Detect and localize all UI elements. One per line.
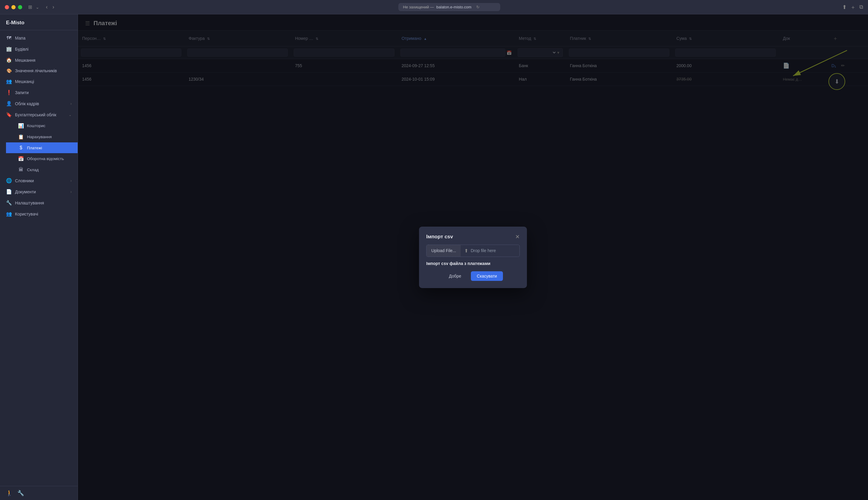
windows-button[interactable]: ⧉ xyxy=(859,4,863,10)
sidebar-item-label: Запити xyxy=(15,90,29,95)
housing-icon: 🏠 xyxy=(6,57,12,63)
settings-icon: 🔧 xyxy=(6,200,12,206)
sidebar-item-accounting[interactable]: 🔖 Бухгалтерський облік ⌄ xyxy=(0,109,78,120)
sidebar-item-dictionaries[interactable]: 🌐 Словники › xyxy=(0,175,78,186)
sidebar-item-label: Нарахування xyxy=(27,135,52,139)
drop-zone[interactable]: ⬆ Drop file here xyxy=(461,245,519,257)
residents-icon: 👥 xyxy=(6,79,12,84)
dictionaries-chevron: › xyxy=(70,179,72,183)
hr-icon: 👤 xyxy=(6,101,12,106)
ok-button[interactable]: Добре xyxy=(443,271,467,281)
url-bar[interactable]: Не захищений — balaton.e-misto.com ↻ xyxy=(398,3,500,11)
sidebar-item-label: Кошторис xyxy=(27,124,46,128)
meters-icon: 🎨 xyxy=(6,68,12,73)
sidebar-item-label: Склад xyxy=(27,168,39,172)
titlebar-nav: ‹ › xyxy=(44,3,56,11)
sidebar-item-label: Словники xyxy=(15,178,34,183)
sidebar-item-label: Оборотна відомість xyxy=(27,157,64,161)
upload-file-button[interactable]: Upload File... xyxy=(426,245,461,257)
sidebar-item-label: Значення лічильників xyxy=(15,68,57,73)
sidebar-item-users[interactable]: 👥 Користувачі xyxy=(0,208,78,219)
modal-footer: Добре Скасувати xyxy=(426,271,520,281)
sidebar-item-label: Документи xyxy=(15,190,36,194)
back-button[interactable]: ‹ xyxy=(44,3,49,11)
accounting-icon: 🔖 xyxy=(6,112,12,117)
payments-icon: $ xyxy=(18,145,24,150)
estimates-icon: 📊 xyxy=(18,123,24,128)
upload-area: Upload File... ⬆ Drop file here xyxy=(426,245,520,257)
new-tab-button[interactable]: ＋ xyxy=(850,3,856,11)
documents-chevron: › xyxy=(70,190,72,194)
sidebar-item-hr[interactable]: 👤 Облік кадрів › xyxy=(0,98,78,109)
modal-description: Імпорт csv файла з платежами xyxy=(426,261,520,266)
sidebar-item-label: Налаштування xyxy=(15,201,44,205)
sidebar-item-label: Бухгалтерський облік xyxy=(15,112,56,117)
forward-button[interactable]: › xyxy=(51,3,56,11)
sidebar-item-label: Мапа xyxy=(15,36,25,41)
sidebar-item-settings[interactable]: 🔧 Налаштування xyxy=(0,197,78,208)
sidebar-item-map[interactable]: 🗺 Мапа xyxy=(0,33,78,44)
sidebar-toggle-chevron[interactable]: ⌄ xyxy=(36,5,39,10)
fullscreen-traffic-light[interactable] xyxy=(18,5,22,9)
users-icon: 👥 xyxy=(6,211,12,217)
main-content: ☰ Платежі Персон… ⇅ Фактура ⇅ xyxy=(78,14,868,500)
buildings-icon: 🏢 xyxy=(6,46,12,52)
sidebar-accounting-submenu: 📊 Кошторис 📋 Нарахування $ Платежі 📅 Обо… xyxy=(0,120,78,175)
modal-overlay: Імпорт csv ✕ Upload File... ⬆ Drop file … xyxy=(78,14,868,500)
titlebar-actions: ⬆ ＋ ⧉ xyxy=(842,3,863,11)
accounting-chevron: ⌄ xyxy=(69,113,72,117)
upload-icon: ⬆ xyxy=(464,248,468,253)
sidebar-item-label: Платежі xyxy=(27,146,42,150)
minimize-traffic-light[interactable] xyxy=(11,5,15,9)
traffic-lights xyxy=(5,5,22,9)
drop-label: Drop file here xyxy=(470,248,496,253)
cancel-button[interactable]: Скасувати xyxy=(471,271,503,281)
sidebar-item-warehouse[interactable]: 🏛 Склад xyxy=(6,164,78,175)
import-csv-modal: Імпорт csv ✕ Upload File... ⬆ Drop file … xyxy=(419,227,527,288)
app-layout: E-Misto 🗺 Мапа 🏢 Будівлі 🏠 Мешкання 🎨 Зн… xyxy=(0,14,868,500)
sidebar-item-estimates[interactable]: 📊 Кошторис xyxy=(6,120,78,131)
documents-icon: 📄 xyxy=(6,189,12,195)
sidebar: E-Misto 🗺 Мапа 🏢 Будівлі 🏠 Мешкання 🎨 Зн… xyxy=(0,14,78,500)
sidebar-item-turnover[interactable]: 📅 Оборотна відомість xyxy=(6,153,78,164)
modal-title: Імпорт csv xyxy=(426,234,453,240)
sidebar-item-payroll[interactable]: 📋 Нарахування xyxy=(6,131,78,143)
sidebar-item-notes[interactable]: ❗ Запити xyxy=(0,87,78,98)
turnover-icon: 📅 xyxy=(18,156,24,161)
map-icon: 🗺 xyxy=(6,35,12,41)
modal-header: Імпорт csv ✕ xyxy=(426,234,520,240)
close-traffic-light[interactable] xyxy=(5,5,9,9)
sidebar-item-housing[interactable]: 🏠 Мешкання xyxy=(0,55,78,66)
sidebar-item-label: Будівлі xyxy=(15,47,28,52)
share-button[interactable]: ⬆ xyxy=(842,4,847,11)
sidebar-item-label: Облік кадрів xyxy=(15,101,39,106)
sidebar-footer: 🚶 🔧 xyxy=(0,486,78,500)
payroll-icon: 📋 xyxy=(18,134,24,140)
refresh-icon[interactable]: ↻ xyxy=(476,5,480,9)
warehouse-icon: 🏛 xyxy=(18,167,24,172)
tools-footer-button[interactable]: 🔧 xyxy=(18,490,24,497)
url-text: balaton.e-misto.com xyxy=(436,5,471,9)
sidebar-item-label: Мешканці xyxy=(15,79,34,84)
sidebar-item-documents[interactable]: 📄 Документи › xyxy=(0,186,78,197)
url-status: Не захищений — xyxy=(403,5,434,9)
hr-chevron: › xyxy=(70,102,72,106)
sidebar-nav: 🗺 Мапа 🏢 Будівлі 🏠 Мешкання 🎨 Значення л… xyxy=(0,30,78,486)
sidebar-item-residents[interactable]: 👥 Мешканці xyxy=(0,76,78,87)
notes-icon: ❗ xyxy=(6,90,12,95)
modal-close-button[interactable]: ✕ xyxy=(515,234,520,239)
sidebar-item-payments[interactable]: $ Платежі xyxy=(6,143,78,153)
sidebar-item-buildings[interactable]: 🏢 Будівлі xyxy=(0,44,78,55)
sidebar-item-label: Користувачі xyxy=(15,212,38,216)
sidebar-brand: E-Misto xyxy=(0,14,78,30)
person-footer-button[interactable]: 🚶 xyxy=(6,490,13,497)
sidebar-item-label: Мешкання xyxy=(15,58,35,62)
titlebar-url-area: Не захищений — balaton.e-misto.com ↻ xyxy=(60,3,838,11)
dictionaries-icon: 🌐 xyxy=(6,178,12,183)
titlebar: ⊞ ⌄ ‹ › Не захищений — balaton.e-misto.c… xyxy=(0,0,868,14)
sidebar-toggle-icon[interactable]: ⊞ xyxy=(28,4,32,10)
sidebar-item-meters[interactable]: 🎨 Значення лічильників xyxy=(0,66,78,76)
